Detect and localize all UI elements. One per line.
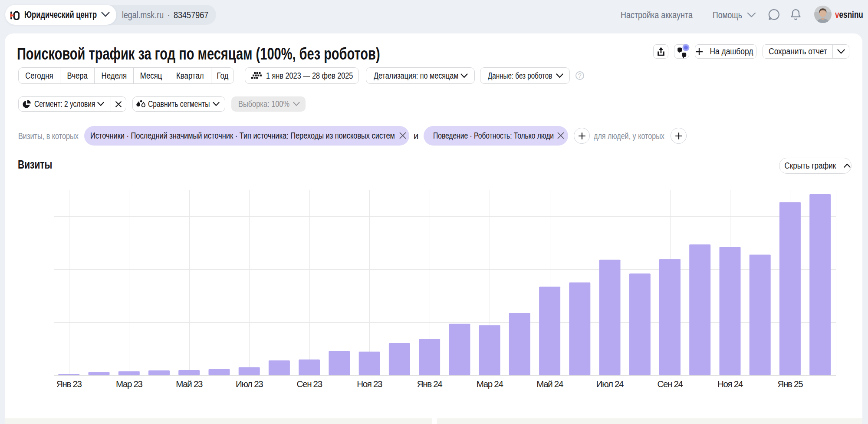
svg-text:Ноя 24: Ноя 24 [717, 379, 743, 389]
svg-text:Май 24: Май 24 [536, 379, 563, 389]
svg-text:Июл 24: Июл 24 [596, 379, 624, 389]
svg-text:Сен 24: Сен 24 [657, 379, 683, 389]
svg-text:Сен 23: Сен 23 [297, 379, 322, 389]
svg-text:Мар 23: Мар 23 [116, 379, 143, 389]
svg-text:Янв 24: Янв 24 [417, 379, 443, 389]
svg-text:Янв 25: Янв 25 [778, 379, 803, 389]
svg-text:Мар 24: Мар 24 [477, 379, 503, 389]
svg-text:Янв 23: Янв 23 [56, 379, 82, 389]
svg-text:Май 23: Май 23 [176, 379, 203, 389]
svg-text:Ноя 23: Ноя 23 [357, 379, 382, 389]
svg-text:Июл 23: Июл 23 [236, 379, 263, 389]
